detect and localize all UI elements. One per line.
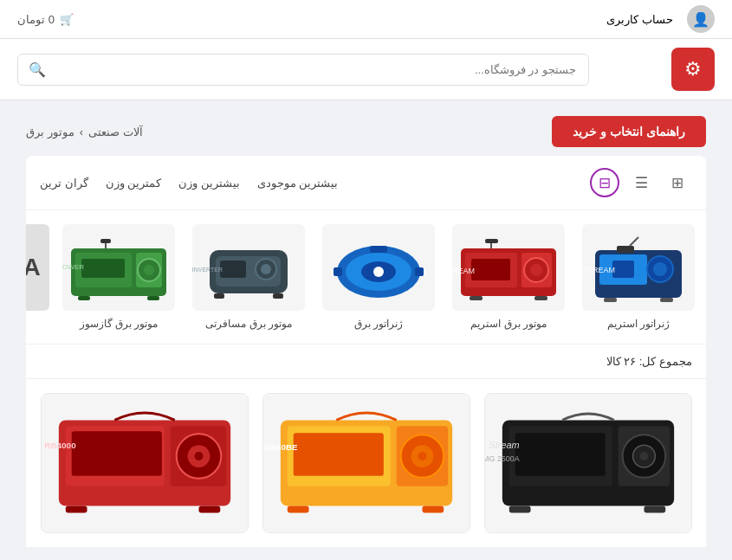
svg-rect-34 — [214, 293, 224, 299]
search-bar: ⚙ 🔍 — [0, 39, 732, 100]
top-bar-right: 👤 حساب کاربری — [606, 5, 715, 33]
product-card-p2[interactable]: HSG060BE — [262, 393, 470, 533]
svg-rect-67 — [288, 506, 309, 513]
category-row: STREAM ژنراتور استریم STREAM — [26, 210, 706, 344]
user-avatar-icon: 👤 — [692, 11, 709, 28]
svg-text:RB4000: RB4000 — [44, 441, 76, 450]
svg-rect-15 — [471, 259, 510, 280]
alternator-svg — [322, 224, 435, 311]
product-p2-svg: HSG060BE — [263, 394, 470, 532]
grid4-icon: ⊞ — [671, 174, 683, 192]
svg-point-3 — [653, 262, 667, 276]
svg-point-64 — [418, 452, 427, 460]
svg-rect-18 — [534, 296, 547, 300]
breadcrumb-current: موتور برق — [26, 126, 74, 138]
svg-point-33 — [261, 264, 271, 274]
search-button[interactable]: 🔍 — [18, 55, 56, 85]
category-img-motor-barq-stream: STREAM — [452, 224, 565, 311]
svg-text:GAS POWER: GAS POWER — [62, 263, 84, 271]
cart-icon: 🛒 — [60, 13, 74, 26]
product-p1-svg: Stream YMG 2500A — [485, 394, 691, 532]
list-icon: ☰ — [635, 174, 648, 192]
cart-amount: 0 تومان — [17, 13, 55, 26]
svg-rect-31 — [220, 261, 246, 278]
product-count-unit: کالا — [606, 355, 621, 368]
svg-point-41 — [144, 265, 154, 275]
sort-heavy[interactable]: بیشترین وزن — [178, 177, 240, 190]
svg-rect-35 — [273, 293, 283, 299]
svg-rect-65 — [294, 433, 384, 476]
view-grid2-button[interactable]: ⊟ — [590, 168, 619, 197]
svg-rect-68 — [422, 506, 444, 513]
category-item-motor-barq-gazsooz[interactable]: GAS POWER موتور برق گازسوز — [58, 224, 179, 330]
svg-rect-17 — [470, 296, 483, 300]
category-img-motor-barq-gazsooz: GAS POWER — [62, 224, 175, 311]
user-label: حساب کاربری — [606, 13, 673, 26]
svg-text:HSG060BE: HSG060BE — [263, 442, 298, 452]
sort-expensive[interactable]: گران ترین — [40, 177, 88, 190]
view-list-button[interactable]: ☰ — [626, 168, 656, 197]
view-toggles: ⊞ ☰ ⊟ — [590, 168, 692, 197]
product-img-p3: RB4000 — [42, 394, 248, 532]
grid2-icon: ⊟ — [599, 174, 611, 192]
svg-rect-42 — [81, 259, 125, 278]
category-label-zhrarator-barq: ژنراتور برق — [354, 318, 403, 330]
cla-label: CLA — [26, 254, 42, 281]
category-item-motor-barq-stream[interactable]: STREAM موتور برق استریم — [448, 224, 569, 330]
page-header: راهنمای انتخاب و خرید آلات صنعتی › موتور… — [0, 100, 732, 156]
svg-rect-57 — [509, 506, 531, 513]
sort-light[interactable]: کمترین وزن — [106, 177, 162, 190]
sort-available[interactable]: بیشترین موجودی — [257, 177, 339, 190]
svg-point-53 — [640, 452, 649, 460]
category-item-zhrarator-barq[interactable]: ژنراتور برق — [318, 224, 439, 330]
svg-rect-25 — [415, 267, 424, 276]
avatar: 👤 — [687, 5, 715, 33]
category-label-motor-barq-gazsooz: موتور برق گازسوز — [80, 318, 159, 330]
category-item-zhrarator-stream[interactable]: STREAM ژنراتور استریم — [578, 224, 699, 330]
category-label-motor-barq-stream: موتور برق استریم — [470, 318, 547, 330]
svg-rect-44 — [78, 296, 90, 300]
svg-rect-47 — [100, 239, 111, 243]
svg-point-14 — [530, 264, 542, 276]
svg-rect-4 — [612, 261, 634, 278]
gas-generator-svg: GAS POWER — [62, 224, 175, 311]
search-icon: 🔍 — [29, 62, 46, 77]
gear-icon: ⚙ — [684, 58, 702, 80]
svg-text:Stream: Stream — [489, 440, 520, 450]
search-box[interactable]: 🔍 — [17, 54, 589, 86]
svg-text:STREAM: STREAM — [582, 266, 615, 274]
svg-rect-7 — [660, 298, 673, 302]
svg-rect-78 — [199, 506, 221, 513]
svg-rect-6 — [604, 298, 617, 302]
category-label-motor-barq-mosafar: موتور برق مسافرتی — [205, 318, 292, 330]
svg-text:YMG 2500A: YMG 2500A — [485, 454, 520, 463]
view-grid4-button[interactable]: ⊞ — [663, 168, 692, 197]
svg-text:STREAM: STREAM — [452, 267, 475, 275]
svg-point-28 — [373, 267, 384, 277]
search-input[interactable] — [56, 56, 588, 83]
motor-stream-svg: STREAM — [452, 224, 565, 311]
svg-rect-54 — [515, 433, 606, 476]
product-card-p1[interactable]: Stream YMG 2500A — [484, 393, 692, 533]
svg-rect-24 — [334, 267, 342, 276]
product-img-p2: HSG060BE — [263, 394, 470, 532]
top-bar: 👤 حساب کاربری 🛒 0 تومان — [0, 0, 732, 39]
generator-stream-svg: STREAM — [582, 224, 695, 311]
guide-button[interactable]: راهنمای انتخاب و خرید — [552, 116, 706, 147]
category-img-motor-barq-mosafar: INVERTER — [192, 224, 305, 311]
category-label-zhrarator-stream: ژنراتور استریم — [607, 318, 670, 330]
svg-rect-45 — [147, 296, 159, 300]
svg-rect-8 — [617, 246, 634, 253]
category-item-motor-barq-mosafar[interactable]: INVERTER موتور برق مسافرتی — [188, 224, 309, 330]
svg-line-9 — [630, 237, 638, 246]
svg-rect-75 — [72, 431, 162, 476]
svg-point-74 — [195, 452, 204, 460]
cart-area[interactable]: 🛒 0 تومان — [17, 13, 74, 26]
category-item-cla[interactable]: CLA — [26, 224, 49, 311]
product-card-p3[interactable]: RB4000 — [41, 393, 249, 533]
svg-rect-58 — [644, 506, 665, 513]
product-count-bar: مجموع کل: ۲۶ کالا — [26, 344, 706, 379]
breadcrumb-sep: › — [80, 126, 83, 138]
product-grid: Stream YMG 2500A HSG060BE — [26, 379, 706, 547]
breadcrumb: آلات صنعتی › موتور برق — [26, 126, 143, 138]
